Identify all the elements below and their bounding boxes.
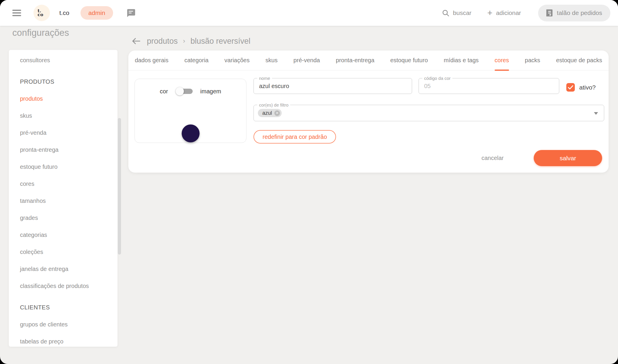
- settings-sidebar: consultores PRODUTOS produtos skus pré-v…: [9, 50, 117, 347]
- breadcrumb-parent[interactable]: produtos: [147, 37, 178, 46]
- toggle-left-label: cor: [160, 88, 168, 95]
- toggle-right-label: imagem: [200, 88, 221, 95]
- name-field-label: nome: [257, 76, 272, 81]
- search-icon: [442, 9, 449, 17]
- active-checkbox-label: ativo?: [579, 84, 596, 91]
- brand-name: t.co: [59, 9, 69, 16]
- sidebar-item-janelas-de-entrega[interactable]: janelas de entrega: [9, 260, 117, 277]
- tab-categoria[interactable]: categoria: [184, 50, 209, 70]
- save-button[interactable]: salvar: [534, 150, 602, 166]
- color-code-field-label: código da cor: [422, 76, 452, 81]
- sidebar-item-cores[interactable]: cores: [9, 175, 117, 192]
- tab-dados-gerais[interactable]: dados gerais: [135, 50, 169, 70]
- plus-icon: +: [487, 10, 493, 16]
- name-field[interactable]: nome azul escuro: [253, 78, 412, 94]
- page-title: configurações: [12, 28, 69, 38]
- app-window: t. co t.co admin buscar + adicionar: [0, 0, 618, 364]
- name-field-value: azul escuro: [259, 83, 289, 90]
- breadcrumb-separator: ›: [183, 37, 185, 45]
- tab-pre-venda[interactable]: pré-venda: [293, 50, 320, 70]
- search-label: buscar: [453, 9, 471, 16]
- tab-estoque-de-packs[interactable]: estoque de packs: [556, 50, 602, 70]
- order-pad-label: talão de pedidos: [557, 9, 602, 16]
- sidebar-item-skus[interactable]: skus: [9, 107, 117, 124]
- order-pad-icon: [546, 9, 553, 17]
- filter-colors-label: cor(es) de filtro: [257, 102, 290, 107]
- tab-cores[interactable]: cores: [495, 50, 509, 70]
- checkmark-icon: [568, 85, 573, 90]
- reset-default-color-button[interactable]: redefinir para cor padrão: [253, 130, 336, 144]
- order-pad-button[interactable]: talão de pedidos: [538, 5, 610, 21]
- tab-estoque-futuro[interactable]: estoque futuro: [390, 50, 428, 70]
- sidebar-item-categorias[interactable]: categorias: [9, 226, 117, 243]
- sidebar-item-tamanhos[interactable]: tamanhos: [9, 192, 117, 209]
- color-type-box: cor imagem: [135, 79, 246, 143]
- sidebar-item-pronta-entrega[interactable]: pronta-entrega: [9, 141, 117, 158]
- brand-logo-line2: co: [38, 13, 50, 17]
- sidebar-item-pre-venda[interactable]: pré-venda: [9, 124, 117, 141]
- topbar: t. co t.co admin buscar + adicionar: [0, 0, 618, 26]
- sidebar-item-classificacoes[interactable]: classificações de produtos: [9, 277, 117, 294]
- sidebar-section-clientes: CLIENTES: [9, 299, 117, 316]
- sidebar-item-colecoes[interactable]: coleções: [9, 243, 117, 260]
- chat-icon[interactable]: [126, 9, 135, 17]
- sidebar-item-grupos-de-clientes[interactable]: grupos de clientes: [9, 316, 117, 333]
- tab-pronta-entrega[interactable]: pronta-entrega: [336, 50, 374, 70]
- product-color-card: dados gerais categoria variações skus pr…: [128, 50, 609, 173]
- add-label: adicionar: [496, 9, 521, 16]
- chip-remove-icon[interactable]: ✕: [274, 110, 280, 116]
- sidebar-item-consultores[interactable]: consultores: [9, 52, 117, 69]
- color-image-toggle[interactable]: [176, 87, 193, 95]
- role-badge[interactable]: admin: [80, 6, 113, 20]
- hamburger-menu-icon[interactable]: [12, 10, 21, 16]
- back-arrow-icon[interactable]: [132, 37, 142, 45]
- color-code-field[interactable]: código da cor 05: [419, 78, 559, 94]
- brand-logo[interactable]: t. co: [33, 5, 50, 21]
- dropdown-caret-icon[interactable]: [594, 112, 598, 115]
- active-checkbox[interactable]: [566, 83, 575, 92]
- sidebar-item-grades[interactable]: grades: [9, 209, 117, 226]
- color-swatch[interactable]: [182, 124, 199, 142]
- tab-midias-e-tags[interactable]: mídias e tags: [444, 50, 479, 70]
- add-button[interactable]: + adicionar: [487, 9, 521, 16]
- color-code-field-value: 05: [424, 83, 431, 90]
- sidebar-scrollbar[interactable]: [118, 118, 121, 255]
- toggle-thumb[interactable]: [176, 87, 184, 95]
- filter-color-chip-text: azul: [262, 110, 272, 116]
- tab-bar: dados gerais categoria variações skus pr…: [128, 50, 609, 70]
- sidebar-item-estoque-futuro[interactable]: estoque futuro: [9, 158, 117, 175]
- active-checkbox-row: ativo?: [566, 83, 596, 92]
- tab-packs[interactable]: packs: [525, 50, 540, 70]
- sidebar-section-produtos: PRODUTOS: [9, 73, 117, 90]
- tab-variacoes[interactable]: variações: [224, 50, 250, 70]
- sidebar-item-produtos[interactable]: produtos: [9, 90, 117, 107]
- search-button[interactable]: buscar: [442, 9, 471, 17]
- breadcrumb-current: blusão reversível: [190, 37, 250, 46]
- breadcrumb: produtos › blusão reversível: [132, 35, 251, 47]
- filter-colors-field[interactable]: cor(es) de filtro azul ✕: [253, 105, 604, 121]
- filter-color-chip: azul ✕: [258, 109, 282, 117]
- tab-skus[interactable]: skus: [266, 50, 278, 70]
- cancel-button[interactable]: cancelar: [475, 150, 510, 166]
- sidebar-item-tabelas-de-preco[interactable]: tabelas de preço: [9, 333, 117, 347]
